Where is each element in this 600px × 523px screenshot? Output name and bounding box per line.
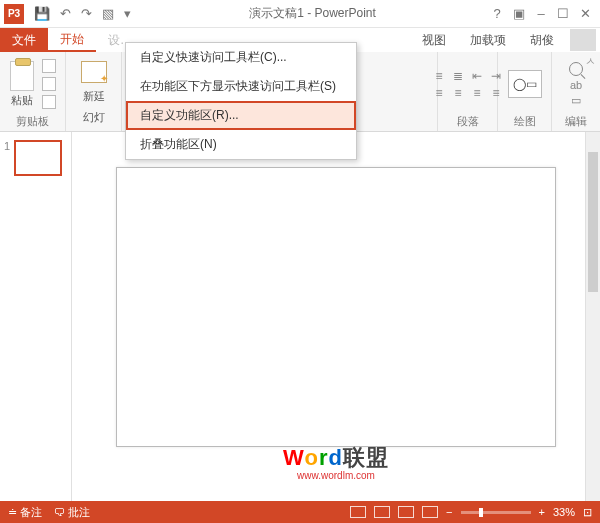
quick-access-toolbar: 💾 ↶ ↷ ▧ ▾ [28, 6, 137, 21]
wm-o: o [304, 445, 318, 470]
undo-icon[interactable]: ↶ [60, 6, 71, 21]
group-editing-label: 编辑 [558, 114, 594, 129]
qat-dropdown-icon[interactable]: ▾ [124, 6, 131, 21]
wm-d: d [328, 445, 342, 470]
group-clipboard-label: 剪贴板 [6, 114, 59, 129]
format-painter-icon[interactable] [42, 95, 56, 109]
align-left-icon[interactable]: ≡ [431, 86, 447, 100]
slideshow-view-icon[interactable] [422, 506, 438, 518]
thumbnail-pane: 1 [0, 132, 72, 501]
ribbon-options-icon[interactable]: ▣ [510, 6, 528, 21]
window-title: 演示文稿1 - PowerPoint [137, 5, 488, 22]
tab-view[interactable]: 视图 [410, 28, 458, 52]
notes-label: 备注 [20, 506, 42, 518]
paste-icon [10, 61, 34, 91]
group-paragraph-label: 段落 [444, 114, 491, 129]
zoom-in-icon[interactable]: + [539, 506, 545, 518]
group-drawing: ◯▭ 绘图 [498, 52, 552, 131]
select-icon[interactable]: ▭ [571, 94, 581, 107]
find-icon[interactable] [569, 62, 583, 76]
scrollbar-thumb[interactable] [588, 152, 598, 292]
thumb-number: 1 [4, 140, 10, 152]
paste-label: 粘贴 [11, 93, 33, 108]
tab-addins[interactable]: 加载项 [458, 28, 518, 52]
fit-to-window-icon[interactable]: ⊡ [583, 506, 592, 519]
shapes-icon[interactable]: ◯▭ [508, 70, 542, 98]
minimize-icon[interactable]: – [532, 6, 550, 21]
new-slide-icon[interactable] [81, 61, 107, 83]
sorter-view-icon[interactable] [374, 506, 390, 518]
ribbon-context-menu: 自定义快速访问工具栏(C)... 在功能区下方显示快速访问工具栏(S) 自定义功… [125, 42, 357, 160]
zoom-value[interactable]: 33% [553, 506, 575, 518]
align-right-icon[interactable]: ≡ [469, 86, 485, 100]
wm-w: W [283, 445, 304, 470]
status-comments-toggle[interactable]: 🗨 批注 [54, 505, 90, 520]
app-badge: P3 [4, 4, 24, 24]
slide-thumbnail-1[interactable]: 1 [4, 140, 67, 176]
tab-home[interactable]: 开始 [48, 28, 96, 52]
zoom-slider-thumb[interactable] [479, 508, 483, 517]
paste-button[interactable]: 粘贴 [10, 61, 34, 108]
title-bar: P3 💾 ↶ ↷ ▧ ▾ 演示文稿1 - PowerPoint ? ▣ – ☐ … [0, 0, 600, 28]
help-icon[interactable]: ? [488, 6, 506, 21]
vertical-scrollbar[interactable] [585, 132, 600, 501]
slide-canvas[interactable] [116, 167, 556, 447]
group-clipboard: 粘贴 剪贴板 [0, 52, 66, 131]
ctx-customize-qat[interactable]: 自定义快速访问工具栏(C)... [126, 43, 356, 72]
save-icon[interactable]: 💾 [34, 6, 50, 21]
redo-icon[interactable]: ↷ [81, 6, 92, 21]
maximize-icon[interactable]: ☐ [554, 6, 572, 21]
ctx-customize-ribbon[interactable]: 自定义功能区(R)... [126, 101, 356, 130]
cut-icon[interactable] [42, 59, 56, 73]
thumb-preview [14, 140, 62, 176]
indent-dec-icon[interactable]: ⇤ [469, 69, 485, 83]
reading-view-icon[interactable] [398, 506, 414, 518]
new-slide-label-2: 幻灯 [83, 110, 105, 125]
status-notes-toggle[interactable]: ≐ 备注 [8, 505, 42, 520]
tab-user[interactable]: 胡俊 [518, 28, 566, 52]
user-avatar[interactable] [570, 29, 596, 51]
new-slide-label-1: 新廷 [83, 89, 105, 104]
align-center-icon[interactable]: ≡ [450, 86, 466, 100]
numbering-icon[interactable]: ≣ [450, 69, 466, 83]
ctx-collapse-ribbon[interactable]: 折叠功能区(N) [126, 130, 356, 159]
window-controls: ? ▣ – ☐ ✕ [488, 6, 600, 21]
start-slideshow-icon[interactable]: ▧ [102, 6, 114, 21]
zoom-out-icon[interactable]: − [446, 506, 452, 518]
status-bar: ≐ 备注 🗨 批注 − + 33% ⊡ [0, 501, 600, 523]
copy-icon[interactable] [42, 77, 56, 91]
zoom-slider[interactable] [461, 511, 531, 514]
watermark-url: www.wordlm.com [297, 470, 375, 481]
normal-view-icon[interactable] [350, 506, 366, 518]
close-icon[interactable]: ✕ [576, 6, 594, 21]
replace-icon[interactable]: ab [570, 79, 582, 91]
content-area: 1 Word联盟 www.wordlm.com [0, 132, 600, 501]
group-paragraph: ≡ ≣ ⇤ ⇥ ≡ ≡ ≡ ≡ 段落 [438, 52, 498, 131]
ribbon-collapse-icon[interactable]: ㅅ [585, 54, 596, 69]
group-drawing-label: 绘图 [504, 114, 545, 129]
wm-cn: 联盟 [343, 445, 389, 470]
tab-file[interactable]: 文件 [0, 28, 48, 52]
comments-label: 批注 [68, 506, 90, 518]
ctx-show-qat-below[interactable]: 在功能区下方显示快速访问工具栏(S) [126, 72, 356, 101]
bullets-icon[interactable]: ≡ [431, 69, 447, 83]
watermark-logo: Word联盟 [283, 443, 389, 473]
group-slides: 新廷 幻灯 [66, 52, 122, 131]
slide-editor[interactable]: Word联盟 www.wordlm.com [72, 132, 600, 501]
